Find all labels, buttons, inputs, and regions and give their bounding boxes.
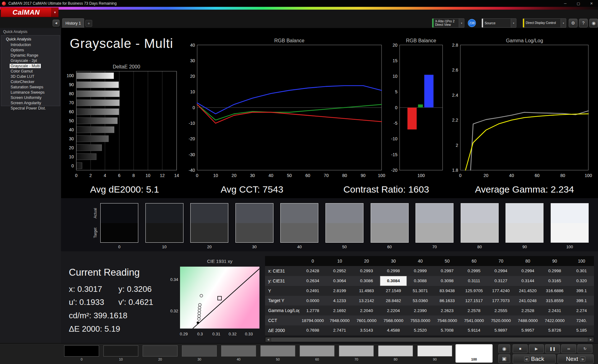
back-button[interactable]: « Back	[513, 354, 556, 363]
next-button-label: Next	[566, 356, 578, 362]
play-icon-button[interactable]: ▶	[529, 344, 544, 353]
back-chevrons-icon: «	[524, 357, 529, 362]
next-button[interactable]: Next »	[558, 354, 594, 363]
pause-icon-button[interactable]: ❚❚	[545, 344, 560, 353]
pattern-icon-button[interactable]: ▣	[498, 354, 510, 363]
stop-icon-button[interactable]: ■	[513, 344, 528, 353]
reads-icon-button[interactable]: ◉	[498, 344, 510, 353]
loop-icon-button[interactable]: ∞	[561, 344, 576, 353]
refresh-icon-button[interactable]: ↻	[577, 344, 592, 353]
app-window: CalMAN 2017 CalMAN Ultimate for Business…	[0, 0, 598, 364]
next-chevrons-icon: »	[580, 357, 585, 362]
back-button-label: Back	[531, 356, 544, 362]
transport-controls: ◉▣■▶❚❚∞↻	[0, 0, 598, 364]
